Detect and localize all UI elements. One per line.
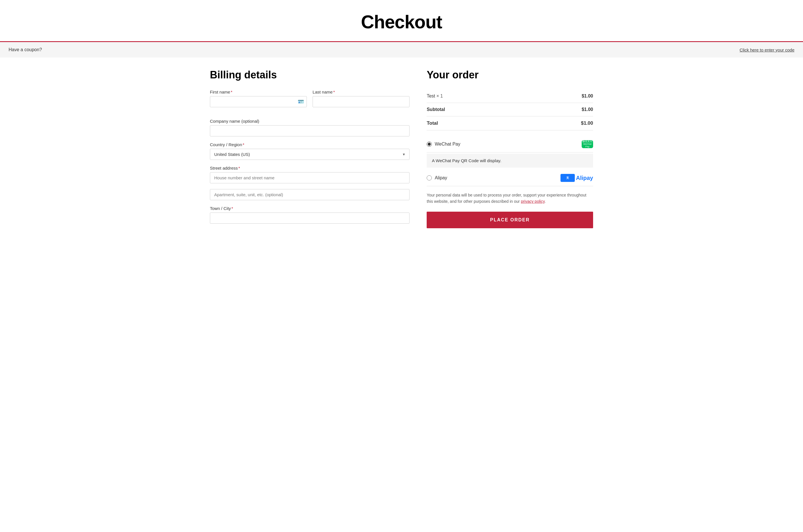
town-city-label: Town / City* [210,206,409,211]
wechat-icon: 微信支付WeChat Pay [582,140,593,148]
name-row: First name* 🪪 Last name* [210,90,409,113]
last-name-input[interactable] [312,96,409,107]
street-address-group: Street address* [210,166,409,183]
wechat-info-text: A WeChat Pay QR Code will display. [432,158,501,163]
country-label: Country / Region* [210,142,409,147]
total-value: $1.00 [527,116,593,130]
coupon-bar: Have a coupon? Click here to enter your … [0,41,803,57]
billing-title: Billing details [210,69,409,81]
alipay-label[interactable]: Alipay [435,175,558,180]
alipay-brand: 支 Alipay [560,174,593,182]
product-price-cell: $1.00 [527,90,593,103]
coupon-link[interactable]: Click here to enter your code [740,48,795,52]
country-select-wrapper: United States (US) [210,149,409,160]
apt-input[interactable] [210,189,409,200]
alipay-radio[interactable] [427,175,432,180]
page-title: Checkout [6,12,797,33]
company-name-input[interactable] [210,125,409,136]
town-city-input[interactable] [210,212,409,224]
order-title: Your order [427,69,593,81]
product-name-cell: Test × 1 [427,90,527,103]
order-table: Test × 1 $1.00 Subtotal $1.00 Total $1.0… [427,90,593,130]
contact-card-icon: 🪪 [298,99,304,105]
coupon-prompt: Have a coupon? [8,47,42,52]
privacy-policy-link[interactable]: privacy policy [521,199,544,204]
last-name-group: Last name* [312,90,409,107]
alipay-brand-text: Alipay [576,175,593,181]
wechat-pay-option: WeChat Pay 微信支付WeChat Pay [427,136,593,152]
page-header: Checkout [0,0,803,41]
first-name-label: First name* [210,90,307,94]
total-row: Total $1.00 [427,116,593,130]
alipay-option: Alipay 支 Alipay [427,170,593,186]
street-address-input[interactable] [210,172,409,183]
wechat-info-box: A WeChat Pay QR Code will display. [427,154,593,168]
company-name-group: Company name (optional) [210,119,409,136]
privacy-notice: Your personal data will be used to proce… [427,192,593,205]
first-name-group: First name* 🪪 [210,90,307,107]
alipay-icon: 支 [560,174,575,182]
street-address-label: Street address* [210,166,409,170]
apt-group [210,189,409,200]
table-row: Test × 1 $1.00 [427,90,593,103]
first-name-wrapper: 🪪 [210,96,307,107]
place-order-button[interactable]: PLACE ORDER [427,212,593,228]
last-name-label: Last name* [312,90,409,94]
subtotal-label: Subtotal [427,103,527,116]
subtotal-row: Subtotal $1.00 [427,103,593,116]
order-section: Your order Test × 1 $1.00 Subtotal $1.00… [427,69,593,229]
company-name-label: Company name (optional) [210,119,409,124]
billing-section: Billing details First name* 🪪 Last name*… [210,69,409,229]
wechat-label[interactable]: WeChat Pay [435,141,579,147]
country-group: Country / Region* United States (US) [210,142,409,160]
country-select[interactable]: United States (US) [210,149,409,160]
main-content: Billing details First name* 🪪 Last name*… [201,69,602,247]
first-name-input[interactable] [210,96,307,107]
town-city-group: Town / City* [210,206,409,224]
total-label: Total [427,116,527,130]
subtotal-value: $1.00 [527,103,593,116]
wechat-radio[interactable] [427,141,432,147]
payment-methods: WeChat Pay 微信支付WeChat Pay A WeChat Pay Q… [427,136,593,186]
